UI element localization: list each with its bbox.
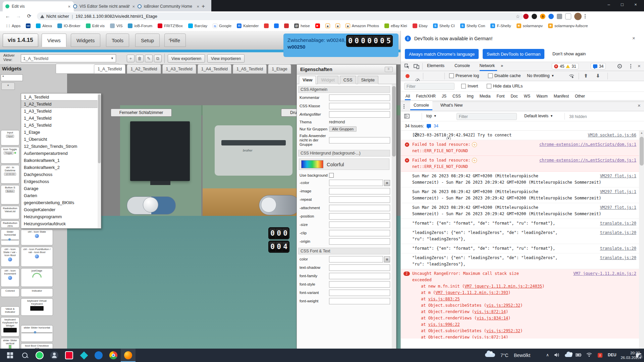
source-link[interactable]: VM7 jquery-1.11.2.min.js:2 — [573, 270, 636, 277]
bookmark-1und1[interactable]: 1&1 — [24, 22, 33, 29]
dropdown-item-1_a2_testfeld[interactable]: 1_A2_Testfeld — [21, 101, 101, 108]
drawer-tab-whats-new[interactable]: What's New — [440, 103, 463, 108]
view-tab-1_a4_testfeld[interactable]: 1_A4_Testfeld — [198, 64, 231, 74]
request-tab-img[interactable]: Img — [466, 93, 474, 100]
tv-widget-button[interactable]: Fernseher Schlafzimmer — [111, 109, 172, 117]
banner-close-icon[interactable]: × — [632, 35, 635, 41]
stack-link[interactable]: vis.js:834:14 — [477, 316, 508, 320]
tray-chevron-icon[interactable]: ∧ — [546, 353, 549, 357]
invert-checkbox[interactable]: Invert — [461, 84, 478, 88]
bookmark-amazon[interactable]: a — [333, 22, 342, 29]
bookmark-solarmanpv-fullscre[interactable]: ☀solarmanpv-fullscre — [546, 22, 590, 29]
bookmark-shelly-con[interactable]: SShelly Con — [458, 22, 487, 29]
use-background-checkbox[interactable] — [329, 173, 334, 178]
stack-link[interactable]: vis.js:883:25 — [428, 297, 460, 301]
dropdown-item-balkonkraftwerk_1[interactable]: Balkonkraftwerk_1 — [21, 157, 101, 164]
network-conditions-icon[interactable] — [569, 73, 575, 78]
palette-card-keyboard-virtual-keyboard[interactable]: keyboard Virtual Keyboard — [21, 298, 53, 316]
request-tab-fetch-xhr[interactable]: Fetch/XHR — [415, 93, 436, 100]
view-tab-1_a_testfeld[interactable]: 1_A_Testfeld — [94, 64, 125, 74]
delete-view-button[interactable]: 🗑 — [136, 55, 144, 62]
volume-icon[interactable] — [554, 353, 559, 357]
issues-badge[interactable]: 34 — [591, 63, 606, 69]
props-tab-view[interactable]: View — [299, 76, 316, 84]
reload-icon[interactable]: ⟳ — [25, 12, 33, 20]
hide-data-urls-checkbox[interactable]: Hide data URLs — [487, 84, 523, 88]
switch-devtools-button[interactable]: Switch DevTools to German — [483, 49, 544, 59]
bookmark-ebay-klei[interactable]: eBay Klei — [382, 22, 409, 29]
stack-link[interactable]: vis.js:2952:32 — [486, 303, 520, 308]
pill-knob[interactable] — [261, 197, 276, 213]
match-language-button[interactable]: Always match Chrome's language — [405, 49, 479, 59]
import-har-icon[interactable]: ⬆ — [584, 73, 588, 78]
menu-tab-tools[interactable]: Tools — [106, 34, 129, 47]
extensions-puzzle-icon[interactable] — [557, 14, 562, 19]
bookmark-red-square[interactable] — [262, 22, 271, 29]
taskbar-icon-whatsapp[interactable] — [32, 349, 47, 362]
add-view-button[interactable]: + — [127, 55, 135, 62]
bookmark-heise[interactable]: @heise — [292, 22, 312, 29]
field-input[interactable] — [329, 264, 390, 271]
browser-menu-icon[interactable] — [585, 13, 586, 19]
dropdown-item-googlekalender[interactable]: GoogleKalender — [21, 206, 101, 213]
devtools-close-icon[interactable]: × — [638, 63, 641, 69]
dropdown-item-1_a3_testfeld[interactable]: 1_A3_Testfeld — [21, 108, 101, 115]
ext-icon-red[interactable] — [523, 14, 529, 19]
copy-view-button[interactable]: ⧉ — [154, 55, 162, 62]
source-link[interactable]: translate.js:20 — [600, 245, 636, 252]
bookmark-apps[interactable]: ⋮⋮Apps — [3, 22, 22, 29]
properties-scrollbar-thumb[interactable] — [392, 86, 396, 157]
weather-icon[interactable] — [485, 353, 495, 357]
panel-grip-icon[interactable]: ⠿ — [385, 67, 393, 72]
throttling-select[interactable]: No throttling▼ — [527, 73, 554, 78]
widget-filter-tab[interactable]: * — [1, 82, 15, 90]
devtools-tab-console[interactable]: Console — [454, 63, 470, 68]
dropdown-item-1_etage[interactable]: 1_Etage — [21, 129, 101, 136]
palette-card-ctrl-in-datetime[interactable]: ctrl - In Datetime12:00:00 — [1, 165, 19, 184]
stack-link[interactable]: vis.js:996:22 — [428, 322, 460, 327]
palette-card-ctrl-icon-state-val-icon-bool[interactable]: ctrl - Icon State / val - Icon Bool — [1, 247, 19, 267]
bookmark-vis[interactable]: VIS — [108, 22, 125, 29]
browser-tab-2[interactable]: VIS Editor Seite nicht anwählbar× — [70, 1, 138, 11]
omnibox[interactable]: Nicht sicher | 192.168.1.100:8082/vis/ed… — [37, 12, 523, 20]
source-link[interactable]: translate.js:20 — [600, 230, 636, 236]
dropdown-item-dachgeschoss[interactable]: Dachgeschoss — [21, 171, 101, 178]
side-panel-icon[interactable] — [565, 13, 571, 19]
menu-tab-views[interactable]: Views — [42, 34, 66, 47]
field-input[interactable] — [329, 196, 390, 203]
taskbar-icon-search[interactable] — [17, 349, 32, 362]
stack-link[interactable]: vis.js:2952:32 — [486, 328, 520, 333]
counter-widget-1[interactable]: 000 — [268, 227, 289, 239]
field-input[interactable] — [329, 256, 383, 262]
palette-card-radiobutton-valuelist[interactable]: Radiobutton ValueList — [1, 206, 19, 219]
view-export-button[interactable]: View exportieren — [168, 54, 205, 63]
dropdown-scrollbar[interactable] — [98, 94, 101, 228]
back-icon[interactable]: ← — [4, 12, 11, 20]
onedrive-icon[interactable] — [565, 354, 572, 357]
palette-card-keyboard-keyboard-for-widget[interactable]: keyboard Keyboard for Widget — [1, 317, 19, 337]
stack-link[interactable]: VM7 jquery-1.11.2.min.js:2:24035 — [465, 284, 542, 289]
source-link[interactable]: chrome-extension://n…entScripts/dom.js:1 — [539, 141, 636, 148]
view-tab-1_etage[interactable]: 1_Etage — [268, 64, 291, 74]
console-filter-input[interactable]: Filter — [457, 113, 517, 120]
taskbar-icon-diamond[interactable] — [76, 349, 91, 362]
devtools-tab-elements[interactable]: Elements — [427, 63, 444, 68]
request-tab-media[interactable]: Media — [479, 93, 491, 100]
field-value-chip[interactable]: Alle Gruppen — [329, 126, 357, 132]
dont-show-again-button[interactable]: Don't show again — [552, 51, 586, 56]
record-icon[interactable] — [406, 74, 410, 78]
undo-icon[interactable]: ↶ — [168, 37, 176, 43]
dropdown-item-garage[interactable]: Garage — [21, 185, 101, 192]
palette-card-ctrl-icon-state[interactable]: ctrl - Icon State — [21, 229, 53, 245]
inspect-element-icon[interactable] — [404, 63, 410, 69]
bookmark-google[interactable]: GGoogle — [211, 22, 233, 29]
console-sidebar-icon[interactable] — [404, 114, 410, 119]
error-warning-badge[interactable]: ✕ 45 31 — [552, 63, 579, 69]
url-text[interactable]: 192.168.1.100:8082/vis/edit.html#1_Etage — [75, 14, 157, 19]
palette-card-icon-toggle[interactable]: Icon ToggleToggle✚ — [1, 147, 19, 164]
field-input[interactable] — [329, 111, 390, 118]
taskbar-icon-iobroker-admin[interactable] — [62, 349, 76, 362]
notification-center-icon[interactable]: 2 — [636, 353, 641, 358]
color-picker-icon[interactable]: ▦ — [384, 180, 390, 186]
device-toolbar-icon[interactable] — [414, 63, 419, 69]
